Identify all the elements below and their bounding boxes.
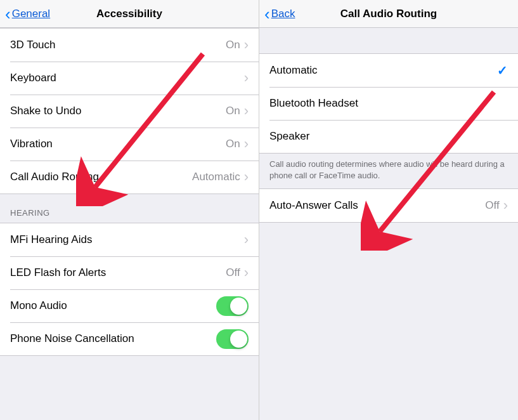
toggle-knob xyxy=(230,331,247,348)
chevron-right-icon: › xyxy=(503,199,508,213)
back-button-general[interactable]: ‹ General xyxy=(5,6,50,22)
chevron-left-icon: ‹ xyxy=(264,6,270,22)
chevron-right-icon: › xyxy=(244,170,249,184)
group-routing-options: Automatic ✓ Bluetooth Headset Speaker xyxy=(259,53,518,154)
chevron-right-icon: › xyxy=(244,71,249,85)
row-label: Phone Noise Cancellation xyxy=(10,332,216,345)
row-label: Speaker xyxy=(269,130,508,143)
chevron-right-icon: › xyxy=(244,266,249,280)
checkmark-icon: ✓ xyxy=(497,63,508,78)
toggle-mono-audio[interactable] xyxy=(216,296,249,316)
chevron-right-icon: › xyxy=(244,137,249,151)
row-vibration[interactable]: Vibration On › xyxy=(0,128,259,161)
row-call-audio-routing[interactable]: Call Audio Routing Automatic › xyxy=(0,161,259,194)
page-title: Call Audio Routing xyxy=(340,8,437,20)
spacer xyxy=(259,28,518,53)
row-mfi-hearing-aids[interactable]: MFi Hearing Aids › xyxy=(0,223,259,256)
toggle-knob xyxy=(230,298,247,315)
chevron-right-icon: › xyxy=(244,104,249,118)
group-auto-answer: Auto-Answer Calls Off › xyxy=(259,188,518,223)
row-bluetooth-headset[interactable]: Bluetooth Headset xyxy=(259,87,518,120)
row-auto-answer-calls[interactable]: Auto-Answer Calls Off › xyxy=(259,189,518,222)
row-mono-audio[interactable]: Mono Audio xyxy=(0,289,259,322)
row-label: Bluetooth Headset xyxy=(269,97,508,110)
row-label: Keyboard xyxy=(10,72,244,84)
row-value: Off xyxy=(226,266,240,279)
row-keyboard[interactable]: Keyboard › xyxy=(0,62,259,95)
row-label: MFi Hearing Aids xyxy=(10,233,244,246)
chevron-left-icon: ‹ xyxy=(5,6,11,22)
section-footer: Call audio routing determines where audi… xyxy=(259,154,518,188)
group-touch: 3D Touch On › Keyboard › Shake to Undo O… xyxy=(0,28,259,194)
row-label: Mono Audio xyxy=(10,299,216,312)
row-label: Vibration xyxy=(10,138,226,150)
chevron-right-icon: › xyxy=(244,233,249,247)
row-shake-to-undo[interactable]: Shake to Undo On › xyxy=(0,95,259,128)
row-label: Automatic xyxy=(269,64,497,77)
row-label: LED Flash for Alerts xyxy=(10,266,226,279)
row-3d-touch[interactable]: 3D Touch On › xyxy=(0,29,259,62)
page-title: Accessibility xyxy=(96,8,162,20)
call-audio-routing-panel: ‹ Back Call Audio Routing Automatic ✓ Bl… xyxy=(259,0,518,420)
row-led-flash[interactable]: LED Flash for Alerts Off › xyxy=(0,256,259,289)
row-value: On xyxy=(226,39,240,51)
back-label: General xyxy=(12,8,50,20)
row-label: Shake to Undo xyxy=(10,105,226,117)
row-speaker[interactable]: Speaker xyxy=(259,120,518,153)
row-label: 3D Touch xyxy=(10,39,226,51)
toggle-noise-cancellation[interactable] xyxy=(216,329,249,349)
navbar-right: ‹ Back Call Audio Routing xyxy=(259,0,518,28)
row-value: Off xyxy=(485,199,499,212)
row-noise-cancellation[interactable]: Phone Noise Cancellation xyxy=(0,322,259,355)
row-value: On xyxy=(226,105,240,117)
section-header-hearing: HEARING xyxy=(0,194,259,223)
chevron-right-icon: › xyxy=(244,38,249,52)
navbar-left: ‹ General Accessibility xyxy=(0,0,259,28)
row-automatic[interactable]: Automatic ✓ xyxy=(259,54,518,87)
group-hearing: MFi Hearing Aids › LED Flash for Alerts … xyxy=(0,223,259,356)
row-label: Auto-Answer Calls xyxy=(269,199,485,212)
back-label: Back xyxy=(271,8,295,20)
back-button[interactable]: ‹ Back xyxy=(264,6,295,22)
row-value: Automatic xyxy=(192,171,240,183)
accessibility-panel: ‹ General Accessibility 3D Touch On › Ke… xyxy=(0,0,259,420)
row-label: Call Audio Routing xyxy=(10,171,192,183)
row-value: On xyxy=(226,138,240,150)
